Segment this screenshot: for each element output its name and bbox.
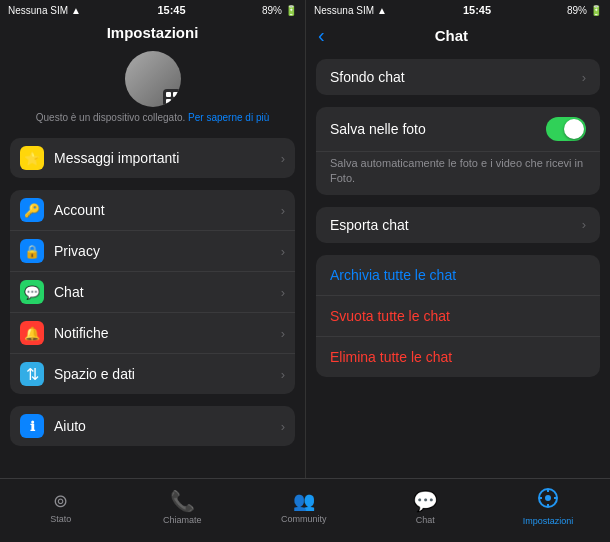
- svg-rect-4: [176, 99, 178, 101]
- export-chevron-icon: ›: [582, 217, 586, 232]
- sfondo-chevron-icon: ›: [582, 70, 586, 85]
- help-icon: ℹ: [20, 414, 44, 438]
- left-signal-icon: ▲: [71, 5, 81, 16]
- svg-rect-6: [176, 102, 178, 104]
- left-battery: 89%: [262, 5, 282, 16]
- right-battery-icon: 🔋: [590, 5, 602, 16]
- right-content: Sfondo chat › Salva nelle foto Salva aut…: [306, 53, 610, 542]
- chevron-account-icon: ›: [281, 203, 285, 218]
- settings-group-main: 🔑 Account › 🔒 Privacy › 💬 Chat › 🔔 Notif…: [10, 190, 295, 394]
- danger-group: Archivia tutte le chat Svuota tutte le c…: [316, 255, 600, 377]
- account-icon: 🔑: [20, 198, 44, 222]
- right-status-bar: Nessuna SIM ▲ 15:45 89% 🔋: [306, 0, 610, 20]
- svg-rect-2: [166, 99, 171, 104]
- danger-item-archivia[interactable]: Archivia tutte le chat: [316, 255, 600, 296]
- right-battery: 89%: [567, 5, 587, 16]
- settings-label-chat: Chat: [54, 284, 281, 300]
- profile-info: Questo è un dispositivo collegato. Per s…: [36, 111, 270, 124]
- settings-label-help: Aiuto: [54, 418, 281, 434]
- privacy-icon: 🔒: [20, 239, 44, 263]
- settings-group-help: ℹ Aiuto ›: [10, 406, 295, 446]
- settings-label-privacy: Privacy: [54, 243, 281, 259]
- settings-label-storage: Spazio e dati: [54, 366, 281, 382]
- danger-item-elimina[interactable]: Elimina tutte le chat: [316, 337, 600, 377]
- settings-item-storage[interactable]: ⇅ Spazio e dati ›: [10, 354, 295, 394]
- right-tab-chiamate[interactable]: 📞 Chiamate: [158, 489, 206, 525]
- right-tab-impostazioni[interactable]: Impostazioni: [523, 487, 574, 526]
- chevron-chat-icon: ›: [281, 285, 285, 300]
- settings-item-chat[interactable]: 💬 Chat ›: [10, 272, 295, 313]
- right-chat-tab-icon: 💬: [413, 489, 438, 513]
- svg-rect-1: [173, 92, 178, 97]
- right-impostazioni-icon: [537, 487, 559, 514]
- archivia-label: Archivia tutte le chat: [330, 267, 456, 283]
- chevron-storage-icon: ›: [281, 367, 285, 382]
- right-tab-stato-label: Stato: [50, 514, 71, 524]
- settings-item-account[interactable]: 🔑 Account ›: [10, 190, 295, 231]
- left-page-title: Impostazioni: [0, 20, 305, 47]
- save-photos-item[interactable]: Salva nelle foto: [316, 107, 600, 152]
- left-carrier: Nessuna SIM: [8, 5, 68, 16]
- svuota-label: Svuota tutte le chat: [330, 308, 450, 324]
- right-page-title: Chat: [329, 27, 574, 44]
- right-tab-bar: ⊚ Stato 📞 Chiamate 👥 Community 💬 Chat: [0, 478, 610, 542]
- chevron-notifications-icon: ›: [281, 326, 285, 341]
- settings-group-starred: ⭐ Messaggi importanti ›: [10, 138, 295, 178]
- sfondo-item[interactable]: Sfondo chat ›: [316, 59, 600, 95]
- right-tab-stato[interactable]: ⊚ Stato: [37, 490, 85, 524]
- save-photos-description: Salva automaticamente le foto e i video …: [316, 152, 600, 195]
- starred-icon: ⭐: [20, 146, 44, 170]
- avatar[interactable]: [125, 51, 181, 107]
- left-battery-icon: 🔋: [285, 5, 297, 16]
- right-tab-chat-label: Chat: [416, 515, 435, 525]
- right-tab-chiamate-label: Chiamate: [163, 515, 202, 525]
- notifications-icon: 🔔: [20, 321, 44, 345]
- right-tab-community[interactable]: 👥 Community: [280, 490, 328, 524]
- settings-label-starred: Messaggi importanti: [54, 150, 281, 166]
- right-signal-icon: ▲: [377, 5, 387, 16]
- left-panel: Nessuna SIM ▲ 15:45 89% 🔋 Impostazioni: [0, 0, 305, 542]
- danger-item-svuota[interactable]: Svuota tutte le chat: [316, 296, 600, 337]
- settings-label-account: Account: [54, 202, 281, 218]
- sfondo-label: Sfondo chat: [330, 69, 582, 85]
- toggle-thumb: [564, 119, 584, 139]
- right-tab-community-label: Community: [281, 514, 327, 524]
- right-stato-icon: ⊚: [53, 490, 68, 512]
- export-label: Esporta chat: [330, 217, 582, 233]
- chevron-privacy-icon: ›: [281, 244, 285, 259]
- svg-point-14: [545, 495, 551, 501]
- right-header: ‹ Chat: [306, 20, 610, 53]
- settings-label-notifications: Notifiche: [54, 325, 281, 341]
- settings-item-privacy[interactable]: 🔒 Privacy ›: [10, 231, 295, 272]
- save-photos-toggle[interactable]: [546, 117, 586, 141]
- svg-rect-0: [166, 92, 171, 97]
- sfondo-group: Sfondo chat ›: [316, 59, 600, 95]
- export-group: Esporta chat ›: [316, 207, 600, 243]
- right-panel: Nessuna SIM ▲ 15:45 89% 🔋 ‹ Chat Sfondo …: [305, 0, 610, 542]
- qr-badge-icon: [163, 89, 181, 107]
- settings-item-starred[interactable]: ⭐ Messaggi importanti ›: [10, 138, 295, 178]
- settings-item-notifications[interactable]: 🔔 Notifiche ›: [10, 313, 295, 354]
- svg-rect-3: [173, 99, 175, 101]
- export-item[interactable]: Esporta chat ›: [316, 207, 600, 243]
- right-tab-chat[interactable]: 💬 Chat: [401, 489, 449, 525]
- chevron-starred-icon: ›: [281, 151, 285, 166]
- chevron-help-icon: ›: [281, 419, 285, 434]
- profile-link[interactable]: Per saperne di più: [188, 112, 269, 123]
- save-photos-label: Salva nelle foto: [330, 121, 546, 137]
- storage-icon: ⇅: [20, 362, 44, 386]
- back-button[interactable]: ‹: [318, 24, 325, 47]
- right-time: 15:45: [463, 4, 491, 16]
- chat-icon: 💬: [20, 280, 44, 304]
- elimina-label: Elimina tutte le chat: [330, 349, 452, 365]
- right-chiamate-icon: 📞: [170, 489, 195, 513]
- right-carrier: Nessuna SIM: [314, 5, 374, 16]
- right-community-icon: 👥: [293, 490, 315, 512]
- right-tab-impostazioni-label: Impostazioni: [523, 516, 574, 526]
- save-photos-group: Salva nelle foto Salva automaticamente l…: [316, 107, 600, 195]
- profile-section: Questo è un dispositivo collegato. Per s…: [0, 47, 305, 132]
- left-time: 15:45: [157, 4, 185, 16]
- settings-item-help[interactable]: ℹ Aiuto ›: [10, 406, 295, 446]
- svg-rect-5: [173, 102, 175, 104]
- left-status-bar: Nessuna SIM ▲ 15:45 89% 🔋: [0, 0, 305, 20]
